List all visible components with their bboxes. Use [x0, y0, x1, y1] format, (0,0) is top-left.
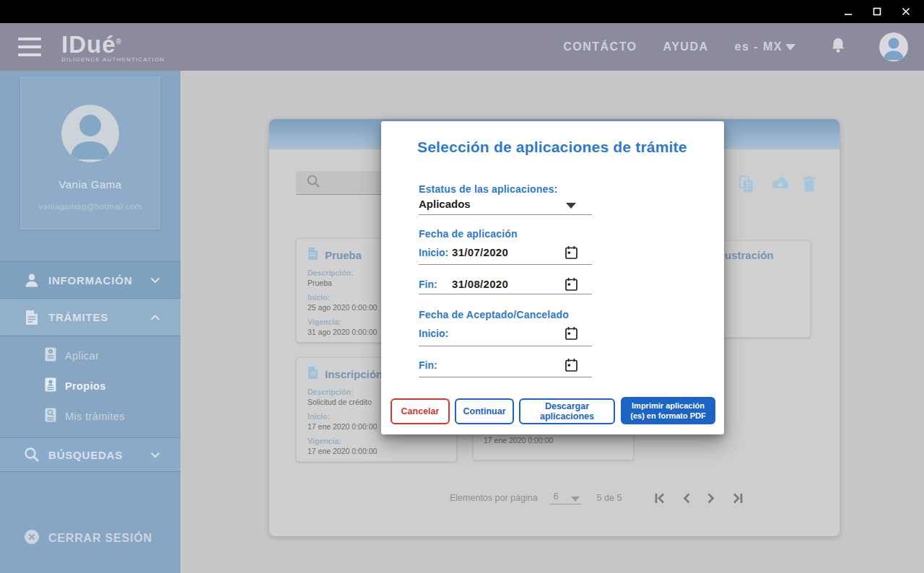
profile-avatar [61, 105, 119, 162]
sidebar-subitem-label: Aplicar [65, 350, 99, 362]
card-check-icon [45, 347, 56, 364]
fin-aceptado-field[interactable]: Fin: [419, 358, 592, 377]
document-icon [24, 310, 40, 325]
card-vigencia-label: Vigencia: [308, 437, 445, 445]
estatus-select[interactable]: Aplicados [419, 196, 592, 215]
card-title: Prueba [325, 249, 362, 261]
cancel-button[interactable]: Cancelar [391, 398, 450, 424]
calendar-icon[interactable] [565, 358, 578, 375]
fecha-aceptado-label: Fecha de Aceptado/Cancelado [419, 309, 569, 320]
minimize-icon[interactable] [840, 4, 856, 19]
logo-subtitle: DILIGENCE AUTHENTICATION [61, 56, 165, 63]
copy-icon[interactable] [738, 175, 756, 193]
calendar-icon[interactable] [565, 277, 578, 294]
logo-title: IDué® [61, 31, 165, 56]
search-icon [306, 174, 321, 191]
page-size-select[interactable]: 6 [549, 491, 581, 504]
sidebar-item-label: TRÁMITES [48, 311, 108, 323]
card-vigencia-value: 17 ene 2020 0:00:00 [484, 436, 553, 445]
calendar-icon[interactable] [565, 245, 578, 263]
page-size-label: Elementos por página [450, 493, 538, 503]
fin-label: Fin: [419, 359, 437, 371]
chevron-down-icon [150, 274, 160, 286]
maximize-icon[interactable] [869, 4, 885, 19]
cloud-download-icon[interactable] [770, 175, 788, 193]
sidebar-item-tramites[interactable]: TRÁMITES [0, 299, 180, 336]
sidebar-item-label: INFORMACIÓN [48, 274, 132, 286]
inicio-label: Inicio: [419, 247, 448, 258]
locale-select[interactable]: es - MX [734, 40, 796, 53]
sidebar-item-label: BÚSQUEDAS [48, 449, 123, 461]
sidebar-item-busquedas[interactable]: BÚSQUEDAS [0, 437, 180, 472]
inicio-aceptado-field[interactable]: Inicio: [419, 326, 592, 346]
sidebar-item-informacion[interactable]: INFORMACIÓN [0, 261, 180, 299]
help-link[interactable]: AYUDA [663, 40, 709, 53]
logout-label: CERRAR SESIÓN [48, 532, 152, 545]
sidebar-subitem-label: Mis trámites [65, 411, 125, 422]
card-vigencia-value: 17 ene 2020 0:00:00 [308, 447, 445, 455]
estatus-label: Estatus de las aplicaciones: [419, 183, 557, 195]
calendar-icon[interactable] [565, 326, 578, 344]
continue-button[interactable]: Continuar [455, 398, 514, 424]
print-pdf-button[interactable]: Imprimir aplicación (es) en formato PDF [621, 397, 715, 424]
profile-name: Vania Gama [21, 178, 160, 191]
locale-label: es - MX [734, 40, 783, 53]
fin-value: 31/08/2020 [452, 278, 508, 290]
app-logo: IDué® DILIGENCE AUTHENTICATION [61, 31, 165, 63]
last-page-icon[interactable] [731, 492, 744, 504]
inicio-label: Inicio: [419, 328, 448, 339]
close-circle-icon [24, 529, 40, 548]
fin-label: Fin: [419, 279, 437, 290]
seleccion-aplicaciones-dialog: Selección de aplicaciones de trámite Est… [381, 121, 724, 434]
estatus-value: Aplicados [419, 198, 471, 210]
chevron-down-icon [150, 448, 160, 461]
card-person-icon [45, 377, 56, 395]
panel-actions [738, 175, 819, 193]
header-nav: CONTÁCTO AYUDA es - MX [563, 32, 924, 61]
sidebar: Vania Gama vaniagamag@hotmail.com INFORM… [0, 71, 180, 573]
menu-icon[interactable] [18, 38, 41, 56]
sidebar-subitem-label: Propios [65, 380, 106, 392]
notifications-bell-icon[interactable] [830, 37, 846, 57]
sidebar-subitem-mis-tramites[interactable]: Mis trámites [0, 404, 180, 429]
user-avatar[interactable] [879, 32, 908, 61]
inicio-aplicacion-field[interactable]: Inicio: 31/07/2020 [419, 245, 592, 265]
document-icon [308, 366, 318, 382]
download-applications-button[interactable]: Descargar aplicaciones [519, 398, 615, 424]
chevron-up-icon [150, 311, 160, 324]
profile-card: Vania Gama vaniagamag@hotmail.com [20, 76, 160, 229]
profile-email: vaniagamag@hotmail.com [21, 202, 160, 211]
pagination-buttons [654, 492, 744, 504]
next-page-icon[interactable] [707, 492, 715, 504]
card-title: ustración [725, 249, 774, 261]
logout-button[interactable]: CERRAR SESIÓN [0, 524, 180, 553]
person-icon [24, 272, 40, 288]
card-title-row: ustración [725, 249, 799, 261]
card-search-icon [45, 408, 56, 425]
os-titlebar [0, 0, 924, 23]
search-icon [24, 447, 40, 463]
app-window: IDué® DILIGENCE AUTHENTICATION CONTÁCTO … [0, 0, 924, 573]
document-icon [308, 247, 318, 263]
inicio-value: 31/07/2020 [452, 246, 508, 258]
first-page-icon[interactable] [654, 492, 666, 504]
chevron-down-icon [571, 497, 580, 502]
close-icon[interactable] [898, 4, 914, 19]
contact-link[interactable]: CONTÁCTO [563, 40, 637, 53]
pagination: Elementos por página 6 5 de 5 [450, 491, 744, 504]
chevron-down-icon [785, 44, 796, 51]
fin-aplicacion-field[interactable]: Fin: 31/08/2020 [419, 277, 592, 294]
sidebar-subitem-aplicar[interactable]: Aplicar [0, 344, 180, 368]
chevron-down-icon [566, 203, 576, 209]
page-range: 5 de 5 [597, 493, 622, 503]
prev-page-icon[interactable] [682, 492, 691, 504]
registered-mark: ® [116, 38, 122, 45]
dialog-title: Selección de aplicaciones de trámite [417, 139, 687, 156]
sidebar-subitem-propios[interactable]: Propios [0, 374, 180, 398]
fecha-aplicacion-label: Fecha de aplicación [419, 228, 518, 240]
trash-icon[interactable] [802, 175, 819, 193]
app-header: IDué® DILIGENCE AUTHENTICATION CONTÁCTO … [0, 23, 924, 71]
page-size-value: 6 [554, 491, 559, 502]
